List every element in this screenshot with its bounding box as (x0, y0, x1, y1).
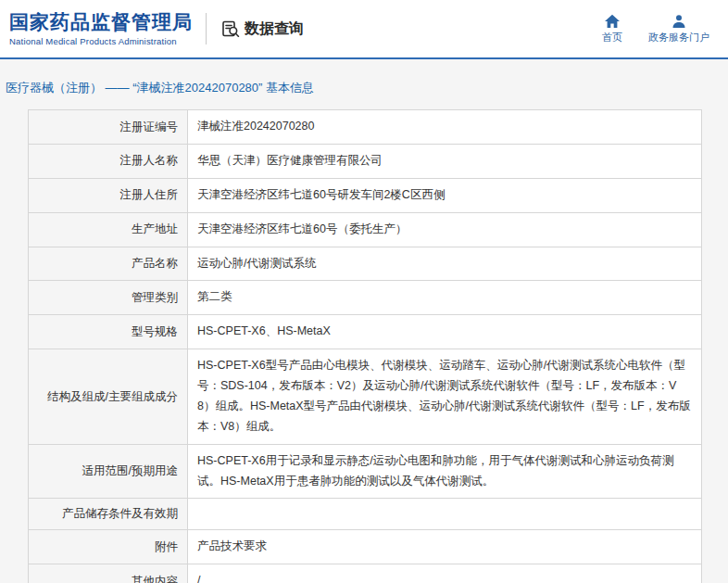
field-label-text: 生产地址 (132, 222, 178, 235)
field-label-text: 附件 (155, 540, 178, 553)
field-label: 注册人住所 (29, 178, 188, 212)
site-subtitle: National Medical Products Administration (9, 36, 193, 46)
field-value-text: 运动心肺/代谢测试系统 (197, 257, 316, 270)
table-row: 其他内容/ (29, 564, 702, 583)
data-query-section: 数据查询 (221, 19, 304, 39)
field-value-text: 产品技术要求 (197, 539, 267, 552)
field-label-text: 注册证编号 (120, 120, 179, 133)
table-row: 注册人名称华思（天津）医疗健康管理有限公司 (29, 144, 702, 178)
field-label: 附件 (29, 530, 188, 564)
field-label: 生产地址 (29, 212, 188, 247)
field-label: 适用范围/预期用途 (29, 444, 188, 499)
table-row: 型号规格HS-CPET-X6、HS-MetaX (29, 315, 702, 349)
header-divider (206, 13, 207, 44)
table-row: 管理类别第二类 (29, 281, 702, 315)
field-label-text: 产品名称 (132, 257, 178, 270)
field-value-text: HS-CPET-X6、HS-MetaX (197, 324, 331, 337)
field-value: 华思（天津）医疗健康管理有限公司 (188, 144, 702, 178)
field-value: 运动心肺/代谢测试系统 (188, 247, 702, 281)
site-title: 国家药品监督管理局 (9, 11, 193, 32)
brand: 国家药品监督管理局 National Medical Products Admi… (9, 11, 193, 45)
field-value-text: HS-CPET-X6型号产品由心电模块、代谢模块、运动踏车、运动心肺/代谢测试系… (197, 359, 691, 433)
table-row: 结构及组成/主要组成成分HS-CPET-X6型号产品由心电模块、代谢模块、运动踏… (29, 349, 702, 445)
home-link-label: 首页 (602, 32, 622, 43)
field-value: 第二类 (188, 281, 702, 315)
field-label-text: 注册人名称 (120, 154, 179, 167)
field-value: 产品技术要求 (188, 530, 702, 564)
field-label-text: 结构及组成/主要组成成分 (47, 390, 178, 403)
table-row: 注册证编号津械注准20242070280 (29, 110, 702, 145)
field-label-text: 注册人住所 (120, 188, 179, 201)
field-label: 产品储存条件及有效期 (29, 499, 188, 530)
table-row: 注册人住所天津空港经济区纬七道60号研发车间2楼C区西侧 (29, 178, 702, 212)
field-value-text: 天津空港经济区纬七道60号研发车间2楼C区西侧 (197, 188, 445, 201)
field-label-text: 型号规格 (132, 325, 178, 338)
data-query-label: 数据查询 (245, 19, 304, 39)
site-header: 国家药品监督管理局 National Medical Products Admi… (0, 0, 728, 57)
field-value: 天津空港经济区纬七道60号（委托生产） (188, 212, 702, 247)
table-row: 产品储存条件及有效期 (29, 499, 702, 530)
field-value-text: 天津空港经济区纬七道60号（委托生产） (197, 222, 407, 235)
field-value: 天津空港经济区纬七道60号研发车间2楼C区西侧 (188, 178, 702, 212)
field-label: 注册人名称 (29, 144, 188, 178)
field-value-text: 第二类 (197, 290, 232, 303)
portal-link[interactable]: 政务服务门户 (648, 14, 709, 43)
field-value (188, 499, 702, 530)
field-label-text: 管理类别 (132, 291, 178, 304)
field-label: 其他内容 (29, 564, 188, 583)
home-link[interactable]: 首页 (602, 14, 622, 43)
field-label: 结构及组成/主要组成成分 (29, 349, 188, 445)
field-value-text: / (197, 574, 200, 583)
field-label-text: 其他内容 (132, 575, 178, 583)
table-row: 适用范围/预期用途HS-CPET-X6用于记录和显示静态/运动心电图和肺功能，用… (29, 444, 702, 499)
field-value: HS-CPET-X6、HS-MetaX (188, 315, 702, 349)
field-value-text: HS-CPET-X6用于记录和显示静态/运动心电图和肺功能，用于气体代谢测试和心… (197, 454, 674, 488)
table-row: 附件产品技术要求 (29, 530, 702, 564)
field-value: HS-CPET-X6用于记录和显示静态/运动心电图和肺功能，用于气体代谢测试和心… (188, 444, 702, 499)
field-value: HS-CPET-X6型号产品由心电模块、代谢模块、运动踏车、运动心肺/代谢测试系… (188, 349, 702, 445)
field-value: 津械注准20242070280 (188, 110, 702, 145)
field-label: 管理类别 (29, 281, 188, 315)
field-value-text: 津械注准20242070280 (197, 120, 314, 133)
table-row: 生产地址天津空港经济区纬七道60号（委托生产） (29, 212, 702, 247)
field-value: / (188, 564, 702, 583)
field-label: 型号规格 (29, 315, 188, 349)
field-label-text: 产品储存条件及有效期 (62, 507, 178, 520)
main-content: 医疗器械（注册） —— “津械注准20242070280” 基本信息 注册证编号… (0, 59, 728, 583)
field-label: 注册证编号 (29, 110, 188, 145)
breadcrumb: 医疗器械（注册） —— “津械注准20242070280” 基本信息 (0, 59, 728, 109)
table-row: 产品名称运动心肺/代谢测试系统 (29, 247, 702, 281)
portal-link-label: 政务服务门户 (648, 32, 709, 43)
field-value-text: 华思（天津）医疗健康管理有限公司 (197, 154, 383, 167)
field-label: 产品名称 (29, 247, 188, 281)
field-label-text: 适用范围/预期用途 (82, 464, 178, 477)
info-table: 注册证编号津械注准20242070280注册人名称华思（天津）医疗健康管理有限公… (28, 109, 702, 583)
user-icon (672, 14, 686, 29)
data-query-icon (221, 19, 240, 38)
home-icon (604, 14, 621, 29)
header-links: 首页 政务服务门户 (602, 14, 715, 43)
